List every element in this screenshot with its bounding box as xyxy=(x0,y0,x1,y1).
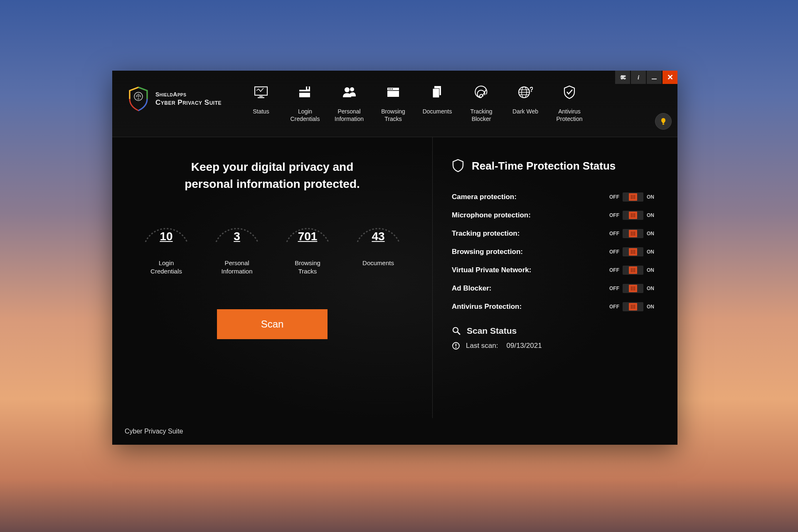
svg-rect-20 xyxy=(433,89,439,98)
svg-rect-6 xyxy=(258,97,264,98)
footer-text: Cyber Privacy Suite xyxy=(125,428,183,435)
gauge-label: Login Credentials xyxy=(150,259,182,276)
nav: Status Login Credentials Personal Inform… xyxy=(241,82,589,123)
brand-product: Cyber Privacy Suite xyxy=(155,98,222,107)
gauge-arc-icon: 701 xyxy=(281,211,335,244)
protection-row: Camera protection: OFF ON xyxy=(452,188,654,206)
shield-check-icon xyxy=(563,84,576,101)
on-label: ON xyxy=(647,286,654,291)
nav-login-credentials[interactable]: Login Credentials xyxy=(286,82,325,123)
nav-personal-information[interactable]: Personal Information xyxy=(330,82,369,123)
realtime-panel: Real-Time Protection Status Camera prote… xyxy=(432,137,677,418)
nav-label: Browsing Tracks xyxy=(381,108,405,123)
toggle-track[interactable] xyxy=(623,266,643,275)
toggle-browsing[interactable]: OFF ON xyxy=(609,247,654,256)
gauge-arc-icon: 43 xyxy=(351,211,405,244)
nav-label: Dark Web xyxy=(512,108,538,116)
footer: Cyber Privacy Suite xyxy=(112,418,677,445)
svg-point-11 xyxy=(345,87,350,92)
nav-tracking-blocker[interactable]: Tracking Blocker xyxy=(462,82,501,123)
gauge-login-credentials[interactable]: 10 Login Credentials xyxy=(137,211,195,276)
svg-rect-27 xyxy=(663,124,664,125)
info-button[interactable]: i xyxy=(631,71,646,84)
toggle-track[interactable] xyxy=(623,284,643,293)
nav-label: Personal Information xyxy=(335,108,364,123)
last-scan-date: 09/13/2021 xyxy=(507,342,542,350)
off-label: OFF xyxy=(609,267,619,273)
toggle-microphone[interactable]: OFF ON xyxy=(609,211,654,220)
nav-label: Login Credentials xyxy=(291,108,320,123)
protection-label: Camera protection: xyxy=(452,193,517,201)
toggle-track[interactable] xyxy=(623,192,643,202)
toggle-adblocker[interactable]: OFF ON xyxy=(609,284,654,293)
toggle-antivirus[interactable]: OFF ON xyxy=(609,302,654,311)
nav-status[interactable]: Status xyxy=(241,82,281,123)
gauge-browsing-tracks[interactable]: 701 Browsing Tracks xyxy=(278,211,337,276)
toggle-tracking[interactable]: OFF ON xyxy=(609,229,654,238)
gauges: 10 Login Credentials 3 Personal Informat… xyxy=(137,211,407,276)
window-icon xyxy=(386,84,401,101)
toggle-camera[interactable]: OFF ON xyxy=(609,192,654,202)
realtime-title-row: Real-Time Protection Status xyxy=(452,159,654,173)
gauge-personal-information[interactable]: 3 Personal Information xyxy=(208,211,266,276)
svg-text:?: ? xyxy=(530,86,533,93)
on-label: ON xyxy=(647,249,654,255)
minimize-button[interactable] xyxy=(647,71,662,84)
close-button[interactable]: ✕ xyxy=(663,71,677,84)
protection-label: Virtual Private Network: xyxy=(452,266,531,274)
gauge-label: Browsing Tracks xyxy=(295,259,320,276)
nav-label: Status xyxy=(253,108,269,116)
gauge-label: Personal Information xyxy=(221,259,252,276)
on-label: ON xyxy=(647,231,654,236)
off-label: OFF xyxy=(609,286,619,291)
nav-documents[interactable]: Documents xyxy=(418,82,457,123)
last-scan-row: Last scan: 09/13/2021 xyxy=(452,342,654,350)
svg-rect-2 xyxy=(652,79,657,79)
toggle-vpn[interactable]: OFF ON xyxy=(609,266,654,275)
protection-label: Tracking protection: xyxy=(452,229,520,238)
gauge-arc-icon: 3 xyxy=(210,211,264,244)
last-scan-label: Last scan: xyxy=(466,342,498,350)
protection-label: Microphone protection: xyxy=(452,211,531,219)
search-icon xyxy=(452,326,461,335)
header: ShieldApps Cyber Privacy Suite Status Lo… xyxy=(112,71,677,137)
protection-label: Antivirus Protection: xyxy=(452,303,522,311)
brand-name: ShieldApps xyxy=(155,91,222,99)
on-label: ON xyxy=(647,267,654,273)
svg-line-29 xyxy=(458,332,460,335)
hint-bulb-button[interactable] xyxy=(655,113,672,130)
toggle-track[interactable] xyxy=(623,247,643,256)
off-label: OFF xyxy=(609,194,619,200)
protection-row: Microphone protection: OFF ON xyxy=(452,206,654,224)
tagline: Keep your digital privacy and personal i… xyxy=(185,159,360,192)
svg-point-16 xyxy=(390,89,392,90)
gauge-label: Documents xyxy=(362,259,394,267)
protection-row: Virtual Private Network: OFF ON xyxy=(452,261,654,279)
off-label: OFF xyxy=(609,231,619,236)
protection-row: Antivirus Protection: OFF ON xyxy=(452,298,654,316)
toggle-track[interactable] xyxy=(623,211,643,220)
gauge-documents[interactable]: 43 Documents xyxy=(349,211,407,276)
toggle-track[interactable] xyxy=(623,229,643,238)
protection-list: Camera protection: OFF ON Microphone pro… xyxy=(452,188,654,316)
protection-row: Tracking protection: OFF ON xyxy=(452,224,654,243)
settings-button[interactable]: ✕🛠 xyxy=(615,71,630,84)
nav-antivirus-protection[interactable]: Antivirus Protection xyxy=(550,82,589,123)
nav-label: Tracking Blocker xyxy=(470,108,492,123)
radar-icon xyxy=(474,84,489,101)
protection-row: Ad Blocker: OFF ON xyxy=(452,279,654,298)
nav-browsing-tracks[interactable]: Browsing Tracks xyxy=(374,82,413,123)
scan-status-title: Scan Status xyxy=(467,326,517,336)
alert-icon xyxy=(452,342,460,350)
on-label: ON xyxy=(647,194,654,200)
dashboard-panel: Keep your digital privacy and personal i… xyxy=(112,137,432,418)
svg-point-28 xyxy=(453,328,458,332)
gauge-arc-icon: 10 xyxy=(139,211,193,244)
scan-button[interactable]: Scan xyxy=(217,309,328,339)
app-window: ✕🛠 i ✕ ShieldApps Cyber Privacy Suit xyxy=(112,71,677,445)
off-label: OFF xyxy=(609,249,619,255)
nav-dark-web[interactable]: ? Dark Web xyxy=(506,82,545,123)
on-label: ON xyxy=(647,304,654,310)
svg-rect-10 xyxy=(307,87,309,89)
toggle-track[interactable] xyxy=(623,302,643,311)
